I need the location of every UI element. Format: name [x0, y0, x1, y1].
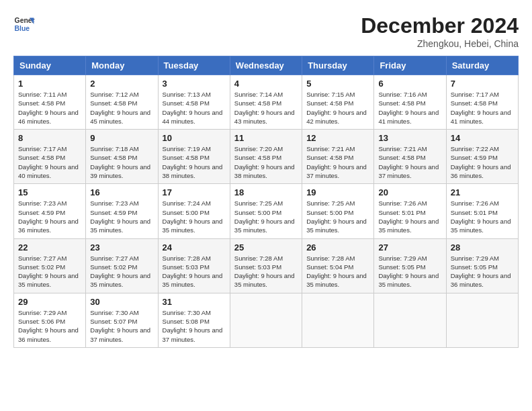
day-info: Sunrise: 7:20 AMSunset: 4:58 PMDaylight:…	[234, 144, 298, 180]
location: Zhengkou, Hebei, China	[361, 38, 519, 49]
calendar-cell: 18Sunrise: 7:25 AMSunset: 5:00 PMDayligh…	[230, 184, 302, 238]
day-number: 6	[378, 79, 441, 89]
day-info: Sunrise: 7:28 AMSunset: 5:04 PMDaylight:…	[306, 254, 369, 289]
day-number: 20	[378, 187, 441, 197]
calendar-cell: 26Sunrise: 7:28 AMSunset: 5:04 PMDayligh…	[302, 238, 374, 293]
day-number: 17	[163, 187, 226, 197]
calendar-cell: 25Sunrise: 7:28 AMSunset: 5:03 PMDayligh…	[230, 238, 302, 293]
day-info: Sunrise: 7:17 AMSunset: 4:58 PMDaylight:…	[18, 144, 81, 180]
logo: General Blue	[13, 13, 35, 35]
header-sunday: Sunday	[14, 56, 86, 75]
calendar-cell	[374, 293, 446, 347]
day-number: 19	[306, 187, 369, 197]
calendar-cell: 1Sunrise: 7:11 AMSunset: 4:58 PMDaylight…	[14, 75, 86, 130]
day-number: 31	[163, 297, 226, 307]
svg-text:Blue: Blue	[15, 25, 30, 32]
calendar-cell: 31Sunrise: 7:30 AMSunset: 5:08 PMDayligh…	[158, 293, 230, 347]
day-info: Sunrise: 7:30 AMSunset: 5:07 PMDaylight:…	[90, 308, 153, 344]
day-number: 22	[18, 242, 81, 253]
day-info: Sunrise: 7:29 AMSunset: 5:05 PMDaylight:…	[451, 254, 514, 289]
calendar-week-3: 15Sunrise: 7:23 AMSunset: 4:59 PMDayligh…	[14, 184, 519, 238]
calendar-header-row: SundayMondayTuesdayWednesdayThursdayFrid…	[14, 56, 519, 75]
calendar-week-4: 22Sunrise: 7:27 AMSunset: 5:02 PMDayligh…	[14, 238, 519, 293]
day-number: 12	[306, 133, 369, 143]
calendar-cell: 13Sunrise: 7:21 AMSunset: 4:58 PMDayligh…	[374, 130, 446, 184]
day-info: Sunrise: 7:19 AMSunset: 4:58 PMDaylight:…	[163, 144, 226, 180]
day-number: 1	[18, 79, 81, 89]
day-info: Sunrise: 7:14 AMSunset: 4:58 PMDaylight:…	[234, 90, 298, 126]
calendar-cell: 7Sunrise: 7:17 AMSunset: 4:58 PMDaylight…	[446, 75, 518, 130]
calendar-week-2: 8Sunrise: 7:17 AMSunset: 4:58 PMDaylight…	[14, 130, 519, 184]
calendar-cell: 3Sunrise: 7:13 AMSunset: 4:58 PMDaylight…	[158, 75, 230, 130]
calendar-table: SundayMondayTuesdayWednesdayThursdayFrid…	[13, 56, 519, 348]
header-thursday: Thursday	[302, 56, 374, 75]
calendar-cell: 22Sunrise: 7:27 AMSunset: 5:02 PMDayligh…	[14, 238, 86, 293]
day-info: Sunrise: 7:30 AMSunset: 5:08 PMDaylight:…	[163, 308, 226, 344]
day-info: Sunrise: 7:21 AMSunset: 4:58 PMDaylight:…	[306, 144, 369, 180]
calendar-week-5: 29Sunrise: 7:29 AMSunset: 5:06 PMDayligh…	[14, 293, 519, 347]
calendar-cell: 8Sunrise: 7:17 AMSunset: 4:58 PMDaylight…	[14, 130, 86, 184]
day-number: 2	[90, 79, 153, 89]
calendar-cell: 15Sunrise: 7:23 AMSunset: 4:59 PMDayligh…	[14, 184, 86, 238]
calendar-cell: 21Sunrise: 7:26 AMSunset: 5:01 PMDayligh…	[446, 184, 518, 238]
header-saturday: Saturday	[446, 56, 518, 75]
day-info: Sunrise: 7:25 AMSunset: 5:00 PMDaylight:…	[234, 199, 298, 234]
day-info: Sunrise: 7:26 AMSunset: 5:01 PMDaylight:…	[451, 199, 514, 234]
calendar-cell: 14Sunrise: 7:22 AMSunset: 4:59 PMDayligh…	[446, 130, 518, 184]
day-number: 15	[18, 187, 81, 197]
calendar-cell: 9Sunrise: 7:18 AMSunset: 4:58 PMDaylight…	[86, 130, 158, 184]
calendar-cell: 2Sunrise: 7:12 AMSunset: 4:58 PMDaylight…	[86, 75, 158, 130]
day-info: Sunrise: 7:25 AMSunset: 5:00 PMDaylight:…	[306, 199, 369, 234]
day-info: Sunrise: 7:15 AMSunset: 4:58 PMDaylight:…	[306, 90, 369, 126]
calendar-cell: 23Sunrise: 7:27 AMSunset: 5:02 PMDayligh…	[86, 238, 158, 293]
page-header: General Blue December 2024 Zhengkou, Heb…	[13, 13, 519, 49]
day-number: 24	[163, 242, 226, 253]
calendar-cell: 16Sunrise: 7:23 AMSunset: 4:59 PMDayligh…	[86, 184, 158, 238]
day-info: Sunrise: 7:26 AMSunset: 5:01 PMDaylight:…	[378, 199, 441, 234]
day-number: 5	[306, 79, 369, 89]
day-info: Sunrise: 7:28 AMSunset: 5:03 PMDaylight:…	[234, 254, 298, 289]
calendar-cell: 11Sunrise: 7:20 AMSunset: 4:58 PMDayligh…	[230, 130, 302, 184]
day-info: Sunrise: 7:12 AMSunset: 4:58 PMDaylight:…	[90, 90, 153, 126]
calendar-cell: 19Sunrise: 7:25 AMSunset: 5:00 PMDayligh…	[302, 184, 374, 238]
day-info: Sunrise: 7:13 AMSunset: 4:58 PMDaylight:…	[163, 90, 226, 126]
calendar-cell: 10Sunrise: 7:19 AMSunset: 4:58 PMDayligh…	[158, 130, 230, 184]
calendar-cell: 6Sunrise: 7:16 AMSunset: 4:58 PMDaylight…	[374, 75, 446, 130]
day-info: Sunrise: 7:17 AMSunset: 4:58 PMDaylight:…	[451, 90, 514, 126]
calendar-cell	[446, 293, 518, 347]
day-info: Sunrise: 7:21 AMSunset: 4:58 PMDaylight:…	[378, 144, 441, 180]
header-wednesday: Wednesday	[230, 56, 302, 75]
day-number: 27	[378, 242, 441, 253]
calendar-cell: 30Sunrise: 7:30 AMSunset: 5:07 PMDayligh…	[86, 293, 158, 347]
day-number: 30	[90, 297, 153, 307]
calendar-cell: 28Sunrise: 7:29 AMSunset: 5:05 PMDayligh…	[446, 238, 518, 293]
day-info: Sunrise: 7:23 AMSunset: 4:59 PMDaylight:…	[18, 199, 81, 234]
calendar-cell	[302, 293, 374, 347]
day-number: 21	[451, 187, 514, 197]
day-number: 3	[163, 79, 226, 89]
day-number: 4	[234, 79, 298, 89]
day-number: 10	[163, 133, 226, 143]
day-info: Sunrise: 7:11 AMSunset: 4:58 PMDaylight:…	[18, 90, 81, 126]
day-info: Sunrise: 7:27 AMSunset: 5:02 PMDaylight:…	[18, 254, 81, 289]
day-info: Sunrise: 7:29 AMSunset: 5:06 PMDaylight:…	[18, 308, 81, 344]
calendar-cell: 12Sunrise: 7:21 AMSunset: 4:58 PMDayligh…	[302, 130, 374, 184]
title-area: December 2024 Zhengkou, Hebei, China	[361, 13, 519, 49]
day-number: 8	[18, 133, 81, 143]
day-number: 28	[451, 242, 514, 253]
calendar-cell: 29Sunrise: 7:29 AMSunset: 5:06 PMDayligh…	[14, 293, 86, 347]
calendar-week-1: 1Sunrise: 7:11 AMSunset: 4:58 PMDaylight…	[14, 75, 519, 130]
day-number: 14	[451, 133, 514, 143]
header-monday: Monday	[86, 56, 158, 75]
header-tuesday: Tuesday	[158, 56, 230, 75]
calendar-cell: 20Sunrise: 7:26 AMSunset: 5:01 PMDayligh…	[374, 184, 446, 238]
day-number: 23	[90, 242, 153, 253]
day-info: Sunrise: 7:16 AMSunset: 4:58 PMDaylight:…	[378, 90, 441, 126]
day-number: 16	[90, 187, 153, 197]
day-info: Sunrise: 7:18 AMSunset: 4:58 PMDaylight:…	[90, 144, 153, 180]
day-info: Sunrise: 7:22 AMSunset: 4:59 PMDaylight:…	[451, 144, 514, 180]
day-info: Sunrise: 7:24 AMSunset: 5:00 PMDaylight:…	[163, 199, 226, 234]
calendar-cell	[230, 293, 302, 347]
day-number: 29	[18, 297, 81, 307]
day-number: 11	[234, 133, 298, 143]
